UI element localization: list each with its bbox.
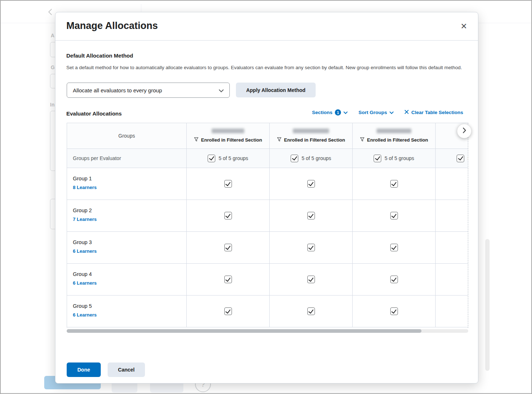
- select-all-cell-partial: 5 of 5 groups: [436, 149, 468, 168]
- allocation-cell: [353, 168, 436, 200]
- allocation-checkbox[interactable]: [307, 307, 315, 315]
- allocation-checkbox[interactable]: [224, 244, 232, 251]
- group-info-cell: Group 2 7 Learners: [67, 200, 187, 231]
- group-name: Group 4: [73, 271, 186, 277]
- sections-count-badge: 1: [335, 109, 341, 116]
- evaluator-name-redacted: [293, 129, 329, 133]
- table-controls: Sections 1 Sort Groups Clear Table Selec…: [312, 109, 463, 116]
- group-name: Group 1: [73, 176, 186, 181]
- dialog-title: Manage Allocations: [66, 20, 158, 32]
- allocation-cell: [353, 264, 436, 295]
- evaluator-column-header: Enrolled in Filtered Section: [187, 123, 270, 148]
- group-row: Group 2 7 Learners: [67, 200, 468, 232]
- learners-link[interactable]: 6 Learners: [73, 312, 97, 318]
- allocation-cell-partial: [436, 200, 468, 231]
- filter-status: Enrolled in Filtered Section: [360, 137, 428, 143]
- allocation-cell-partial: [436, 296, 468, 327]
- sort-groups-button[interactable]: Sort Groups: [358, 110, 394, 115]
- cancel-button[interactable]: Cancel: [108, 362, 145, 377]
- evaluator-column-header: Enrolled in Filtered Section: [270, 123, 353, 148]
- allocation-cell-partial: [436, 168, 468, 200]
- allocation-cell: [353, 232, 436, 263]
- allocation-checkbox[interactable]: [390, 307, 398, 315]
- filter-label: Enrolled in Filtered Section: [367, 137, 428, 143]
- filter-funnel-icon: [277, 137, 282, 143]
- allocation-cell-partial: [436, 232, 468, 263]
- allocation-cell: [353, 296, 436, 327]
- allocation-checkbox[interactable]: [307, 244, 315, 251]
- evaluator-name-redacted: [212, 129, 244, 133]
- learners-link[interactable]: 8 Learners: [73, 185, 97, 190]
- evaluator-name-redacted: [377, 129, 411, 133]
- groups-count-label: 5 of 5 groups: [302, 155, 331, 161]
- done-button[interactable]: Done: [67, 362, 101, 377]
- select-all-checkbox[interactable]: [291, 155, 298, 162]
- table-horizontal-scrollbar[interactable]: [67, 329, 468, 333]
- filter-funnel-icon: [194, 137, 199, 143]
- groups-header-label: Groups: [119, 133, 135, 139]
- select-all-cell: 5 of 5 groups: [353, 149, 436, 168]
- dialog-header: Manage Allocations ✕: [55, 12, 478, 41]
- filter-status: Enrolled in Filtered Section: [194, 137, 262, 143]
- group-name: Group 3: [73, 239, 186, 245]
- select-all-checkbox[interactable]: [208, 155, 215, 162]
- default-method-heading: Default Allocation Method: [66, 53, 133, 59]
- close-icon: ✕: [461, 22, 467, 31]
- allocation-checkbox[interactable]: [390, 212, 398, 219]
- table-scroll-right-button[interactable]: [457, 124, 471, 138]
- default-method-description: Set a default method for how to automati…: [66, 64, 469, 71]
- allocation-cell: [270, 264, 353, 295]
- sort-groups-label: Sort Groups: [358, 110, 387, 115]
- group-info-cell: Group 3 6 Learners: [67, 232, 187, 263]
- groups-per-evaluator-row: Groups per Evaluator 5 of 5 groups 5 of …: [67, 149, 468, 168]
- allocation-checkbox[interactable]: [307, 212, 315, 219]
- allocation-checkbox[interactable]: [224, 212, 232, 219]
- group-info-cell: Group 1 8 Learners: [67, 168, 187, 200]
- clear-x-icon: [404, 110, 409, 115]
- sections-label: Sections: [312, 110, 332, 115]
- filter-status: Enrolled in Filtered Section: [277, 137, 345, 143]
- learners-link[interactable]: 7 Learners: [73, 217, 97, 222]
- allocation-method-select[interactable]: Allocate all evaluators to every group: [67, 83, 230, 98]
- chevron-down-icon: [219, 87, 224, 93]
- groups-column-header: Groups: [67, 123, 187, 148]
- allocation-cell: [270, 168, 353, 200]
- manage-allocations-dialog: Manage Allocations ✕ Default Allocation …: [55, 12, 478, 383]
- learners-link[interactable]: 6 Learners: [73, 248, 97, 254]
- allocation-cell-partial: [436, 264, 468, 295]
- group-row: Group 4 6 Learners: [67, 264, 468, 296]
- group-name: Group 5: [73, 303, 186, 309]
- close-button[interactable]: ✕: [458, 20, 470, 33]
- allocation-checkbox[interactable]: [390, 244, 398, 251]
- apply-allocation-method-button[interactable]: Apply Allocation Method: [236, 83, 316, 97]
- allocation-checkbox[interactable]: [224, 307, 232, 315]
- allocation-cell: [187, 264, 270, 295]
- select-all-checkbox[interactable]: [457, 155, 464, 162]
- learners-link[interactable]: 6 Learners: [73, 280, 97, 286]
- group-name: Group 2: [73, 208, 186, 213]
- allocation-checkbox[interactable]: [390, 180, 398, 188]
- screen: A G In ? Manage Allocations ✕ Default Al…: [0, 0, 532, 394]
- group-row: Group 3 6 Learners: [67, 232, 468, 264]
- evaluator-column-header: Enrolled in Filtered Section: [353, 123, 436, 148]
- allocation-cell: [187, 296, 270, 327]
- group-info-cell: Group 5 6 Learners: [67, 296, 187, 327]
- filter-funnel-icon: [360, 137, 365, 143]
- allocation-cell: [270, 232, 353, 263]
- sections-filter-button[interactable]: Sections 1: [312, 109, 348, 116]
- groups-count-label: 5 of 5 groups: [467, 155, 468, 161]
- allocation-checkbox[interactable]: [224, 276, 232, 283]
- scrollbar-thumb[interactable]: [67, 329, 421, 333]
- allocation-checkbox[interactable]: [390, 276, 398, 283]
- allocation-checkbox[interactable]: [224, 180, 232, 188]
- allocation-checkbox[interactable]: [307, 276, 315, 283]
- clear-table-selections-button[interactable]: Clear Table Selections: [404, 110, 463, 115]
- allocation-cell: [187, 232, 270, 263]
- groups-count-label: 5 of 5 groups: [219, 155, 248, 161]
- select-all-checkbox[interactable]: [374, 155, 381, 162]
- select-all-cell: 5 of 5 groups: [270, 149, 353, 168]
- group-info-cell: Group 4 6 Learners: [67, 264, 187, 295]
- allocation-checkbox[interactable]: [307, 180, 315, 188]
- table-header-row: Groups Enrolled in Filtered Section: [67, 123, 468, 149]
- allocation-method-value: Allocate all evaluators to every group: [73, 87, 162, 93]
